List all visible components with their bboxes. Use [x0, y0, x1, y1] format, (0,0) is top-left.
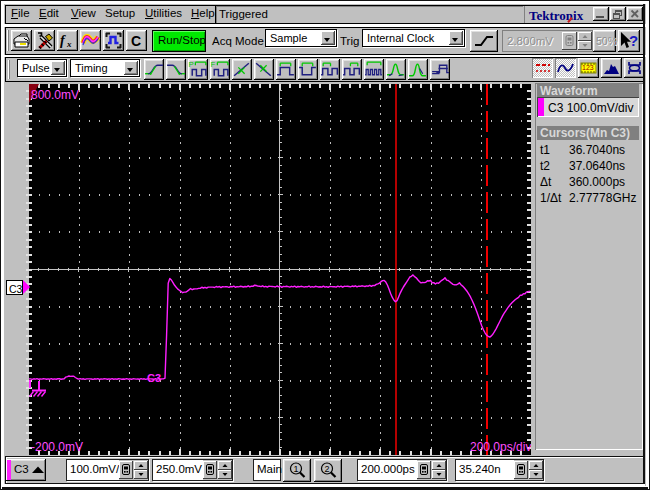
svg-text:x: x	[66, 39, 72, 49]
svg-text:f: f	[60, 33, 66, 48]
svg-text:P: P	[189, 60, 194, 69]
svg-text:C3: C3	[147, 372, 161, 384]
svg-text:1: 1	[294, 464, 299, 474]
svg-text:C: C	[131, 33, 141, 49]
svg-text:?: ?	[629, 32, 638, 49]
svg-text:123: 123	[582, 64, 594, 71]
svg-text:800.0mV: 800.0mV	[31, 88, 79, 102]
svg-text:200.0ps/div: 200.0ps/div	[470, 440, 531, 454]
svg-text:F: F	[211, 60, 216, 69]
svg-text:2: 2	[325, 464, 330, 474]
svg-text:-200.0mV: -200.0mV	[31, 440, 83, 454]
